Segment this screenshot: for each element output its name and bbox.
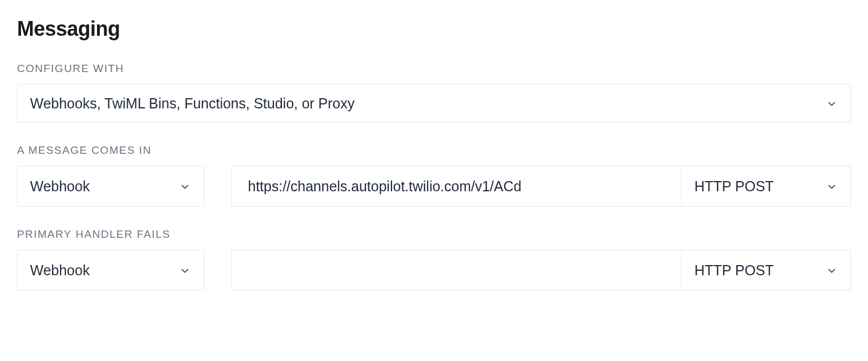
chevron-down-icon (179, 180, 191, 192)
chevron-down-icon (825, 97, 838, 110)
message-url-input[interactable] (232, 166, 681, 206)
chevron-down-icon (179, 264, 191, 276)
configure-with-value: Webhooks, TwiML Bins, Functions, Studio,… (30, 95, 355, 112)
primary-handler-fails-group: PRIMARY HANDLER FAILS Webhook HTTP POST (17, 228, 851, 291)
message-handler-type-value: Webhook (30, 178, 90, 195)
message-url-group: HTTP POST (231, 166, 851, 207)
message-comes-in-label: A MESSAGE COMES IN (17, 144, 851, 157)
configure-with-select[interactable]: Webhooks, TwiML Bins, Functions, Studio,… (17, 84, 851, 123)
message-method-value: HTTP POST (694, 178, 774, 195)
message-handler-type-select[interactable]: Webhook (17, 166, 204, 207)
fallback-url-group: HTTP POST (231, 250, 851, 291)
section-title: Messaging (17, 17, 851, 41)
primary-handler-fails-label: PRIMARY HANDLER FAILS (17, 228, 851, 241)
message-comes-in-group: A MESSAGE COMES IN Webhook HTTP POST (17, 144, 851, 207)
configure-with-label: CONFIGURE WITH (17, 62, 851, 75)
fallback-method-value: HTTP POST (694, 262, 774, 279)
message-method-select[interactable]: HTTP POST (681, 166, 850, 206)
chevron-down-icon (825, 180, 838, 192)
fallback-method-select[interactable]: HTTP POST (681, 250, 850, 290)
fallback-url-input[interactable] (232, 250, 681, 290)
configure-with-group: CONFIGURE WITH Webhooks, TwiML Bins, Fun… (17, 62, 851, 123)
chevron-down-icon (825, 264, 838, 276)
fallback-handler-type-value: Webhook (30, 262, 90, 279)
fallback-handler-type-select[interactable]: Webhook (17, 250, 204, 291)
